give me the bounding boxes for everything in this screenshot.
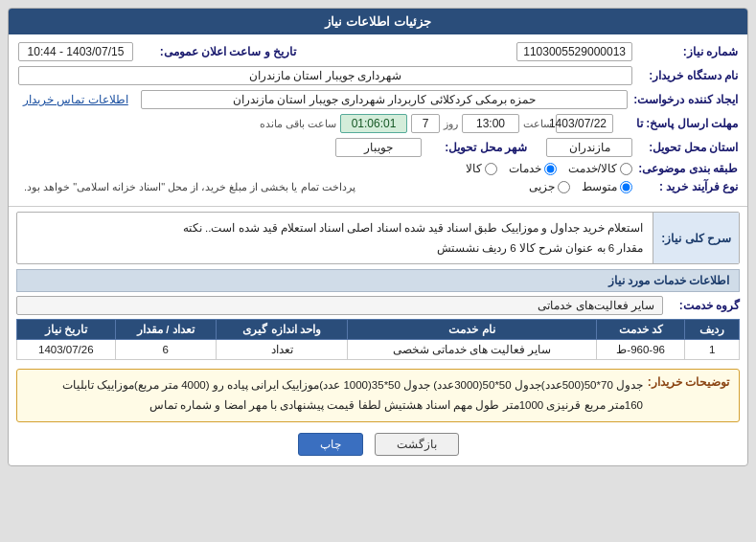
mohlat-remain: 01:06:01 xyxy=(340,114,407,133)
card-header: جزئیات اطلاعات نیاز xyxy=(9,9,747,34)
radio-kala-label: کالا xyxy=(466,162,482,175)
main-card: جزئیات اطلاعات نیاز شماره نیاز: 11030055… xyxy=(8,8,748,466)
tabaqe-radio-group: کالا/خدمت خدمات کالا xyxy=(466,162,632,175)
service-table: ردیف کد خدمت نام خدمت واحد اندازه گیری ت… xyxy=(16,319,740,360)
namdastgah-label: نام دستگاه خریدار: xyxy=(632,69,738,82)
row-tabaqe: طبقه بندی موضوعی: کالا/خدمت خدمات کالا xyxy=(18,162,738,175)
mohlat-time-label: ساعت xyxy=(523,118,552,130)
ostan-label: استان محل تحویل: xyxy=(632,141,738,154)
row-noe-farayand: نوع فرآیند خرید : متوسط جزیی پرداخت تمام… xyxy=(18,180,738,193)
info-section: شماره نیاز: 1103005529000013 تاریخ و ساع… xyxy=(9,34,747,207)
th-radif: ردیف xyxy=(685,320,740,340)
row-ostan: استان محل تحویل: مازندران شهر محل تحویل:… xyxy=(18,138,738,157)
radio-khadamat-label: خدمات xyxy=(509,162,541,175)
tawzih-text: جدول 70*50(500عدد)جدول 50*50(3000عدد) جد… xyxy=(27,375,643,415)
noe-farayand-label: نوع فرآیند خرید : xyxy=(632,180,738,193)
td-name: سایر فعالیت های خدماتی شخصی xyxy=(348,340,597,360)
noe-farayand-radio-group: متوسط جزیی xyxy=(529,180,632,193)
ijad-konande-value: حمزه برمکی کردکلائی کاربردار شهرداری جوی… xyxy=(141,90,628,109)
th-tarikh: تاریخ نیاز xyxy=(17,320,116,340)
sarkh-row: سرح کلی نیاز: استعلام خرید جداول و موزای… xyxy=(17,213,739,263)
sarkh-line1: استعلام خرید جداول و موزاییک طبق اسناد ق… xyxy=(27,218,643,238)
card-title: جزئیات اطلاعات نیاز xyxy=(325,14,430,29)
sarkh-content: استعلام خرید جداول و موزاییک طبق اسناد ق… xyxy=(17,213,653,263)
service-section: گروه خدمت: سایر فعالیت‌های خدماتی ردیف ک… xyxy=(9,292,747,364)
shomare-niaz-label: شماره نیاز: xyxy=(632,45,738,58)
tawzih-row: توضیحات خریدار: جدول 70*50(500عدد)جدول 5… xyxy=(16,369,740,421)
mohlat-date: 1403/07/22 xyxy=(556,114,613,133)
td-kod: 960-96-ط xyxy=(596,340,684,360)
ettelaat-khadamat-title: اطلاعات خدمات مورد نیاز xyxy=(16,269,740,292)
table-row: 1960-96-طسایر فعالیت های خدماتی شخصیتعدا… xyxy=(17,340,740,360)
radio-kalaKhadamat[interactable] xyxy=(620,163,632,175)
sarkh-label: سرح کلی نیاز: xyxy=(653,213,739,263)
mohlat-day: 7 xyxy=(411,114,440,133)
radio-jozei[interactable] xyxy=(558,181,570,193)
page-wrapper: جزئیات اطلاعات نیاز شماره نیاز: 11030055… xyxy=(0,0,756,542)
th-name: نام خدمت xyxy=(348,320,597,340)
radio-kalaKhadamat-label: کالا/خدمت xyxy=(568,162,617,175)
sarkh-section-wrapper: سرح کلی نیاز: استعلام خرید جداول و موزای… xyxy=(16,212,740,264)
group-row: گروه خدمت: سایر فعالیت‌های خدماتی xyxy=(16,296,740,315)
ettelaat-tamas-link[interactable]: اطلاعات تماس خریدار xyxy=(18,91,133,108)
mohlat-group: 1403/07/22 ساعت 13:00 روز 7 01:06:01 ساع… xyxy=(260,114,613,133)
shahr-value: جویبار xyxy=(335,138,422,157)
th-kod: کد خدمت xyxy=(596,320,684,340)
row-mohlat: مهلت ارسال پاسخ: تا 1403/07/22 ساعت 13:0… xyxy=(18,114,738,133)
radio-jozei-item[interactable]: جزیی xyxy=(529,180,570,193)
group-value: سایر فعالیت‌های خدماتی xyxy=(16,296,663,315)
radio-khadamat[interactable] xyxy=(544,163,557,175)
radio-jozei-label: جزیی xyxy=(529,180,555,193)
radio-kala-item[interactable]: کالا xyxy=(466,162,497,175)
radio-mottaset[interactable] xyxy=(620,181,632,193)
sarkh-line1-text: استعلام خرید جداول و موزاییک طبق اسناد ق… xyxy=(183,222,644,234)
radio-kala[interactable] xyxy=(485,163,497,175)
shahr-label: شهر محل تحویل: xyxy=(422,141,527,154)
th-vahed: واحد اندازه گیری xyxy=(217,320,348,340)
mohlat-time: 13:00 xyxy=(462,114,519,133)
ijad-konande-label: ایجاد کننده درخواست: xyxy=(628,93,738,106)
row-namdastgah: نام دستگاه خریدار: شهرداری جویبار استان … xyxy=(18,66,738,85)
tabaqe-label: طبقه بندی موضوعی: xyxy=(632,162,738,175)
table-header-row: ردیف کد خدمت نام خدمت واحد اندازه گیری ت… xyxy=(17,320,740,340)
group-label: گروه خدمت: xyxy=(663,299,740,312)
mohlat-remain-suffix: ساعت باقی مانده xyxy=(260,118,336,130)
radio-mottaset-item[interactable]: متوسط xyxy=(582,180,632,193)
tarigh-elan-value: 1403/07/15 - 10:44 xyxy=(18,42,133,61)
mohlat-label: مهلت ارسال پاسخ: تا xyxy=(613,117,738,130)
back-button[interactable]: بازگشت xyxy=(375,433,459,456)
td-radif: 1 xyxy=(685,340,740,360)
button-row: بازگشت چاپ xyxy=(9,425,747,465)
mohlat-day-label: روز xyxy=(444,118,458,130)
th-tedaad: تعداد / مقدار xyxy=(115,320,216,340)
radio-khadamat-item[interactable]: خدمات xyxy=(509,162,557,175)
payment-note: پرداخت تمام یا بخشی از مبلغ خرید، از محل… xyxy=(18,181,355,193)
radio-mottaset-label: متوسط xyxy=(582,180,617,193)
tawzih-wrapper: توضیحات خریدار: جدول 70*50(500عدد)جدول 5… xyxy=(16,369,740,421)
td-tarikh: 1403/07/26 xyxy=(17,340,116,360)
namdastgah-value: شهرداری جویبار استان مازندران xyxy=(18,66,632,85)
shomare-niaz-value: 1103005529000013 xyxy=(516,42,632,61)
row-ijadkonande: ایجاد کننده درخواست: حمزه برمکی کردکلائی… xyxy=(18,90,738,109)
td-vahed: تعداد xyxy=(217,340,348,360)
radio-kalaKhadamat-item[interactable]: کالا/خدمت xyxy=(568,162,632,175)
print-button[interactable]: چاپ xyxy=(298,433,363,456)
tawzih-label: توضیحات خریدار: xyxy=(643,375,729,389)
sarkh-line2: مقدار 6 به عنوان شرح کالا 6 ردیف نشستش xyxy=(27,238,643,259)
ostan-value: مازندران xyxy=(546,138,632,157)
tarigh-elan-label: تاریخ و ساعت اعلان عمومی: xyxy=(133,45,296,58)
td-tedaad: 6 xyxy=(115,340,216,360)
row-shomare-tarikh: شماره نیاز: 1103005529000013 تاریخ و ساع… xyxy=(18,42,738,61)
